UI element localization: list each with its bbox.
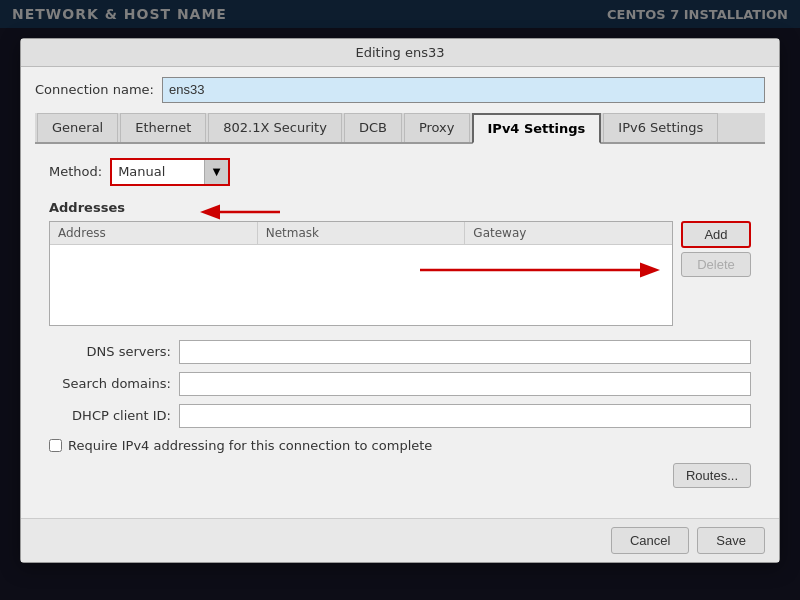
tab-8021x[interactable]: 802.1X Security (208, 113, 342, 142)
table-buttons: Add Delete (681, 221, 751, 326)
tab-ipv6-settings[interactable]: IPv6 Settings (603, 113, 718, 142)
search-row: Search domains: (49, 372, 751, 396)
addresses-table: Address Netmask Gateway (49, 221, 673, 326)
routes-row: Routes... (49, 463, 751, 488)
dialog-titlebar: Editing ens33 (21, 39, 779, 67)
cancel-button[interactable]: Cancel (611, 527, 689, 554)
add-button[interactable]: Add (681, 221, 751, 248)
method-label: Method: (49, 164, 102, 179)
method-dropdown-arrow[interactable]: ▼ (204, 160, 228, 184)
method-row: Method: Manual ▼ (49, 158, 751, 186)
connection-name-label: Connection name: (35, 82, 154, 97)
require-ipv4-label: Require IPv4 addressing for this connect… (68, 438, 432, 453)
ipv4-tab-content: Method: Manual ▼ Addresses Address Netma… (35, 144, 765, 508)
tab-proxy[interactable]: Proxy (404, 113, 470, 142)
require-ipv4-checkbox[interactable] (49, 439, 62, 452)
connection-name-input[interactable] (162, 77, 765, 103)
method-select[interactable]: Manual ▼ (110, 158, 230, 186)
dhcp-label: DHCP client ID: (49, 408, 179, 423)
save-button[interactable]: Save (697, 527, 765, 554)
addresses-container: Address Netmask Gateway Add Delete (49, 221, 751, 326)
addresses-title: Addresses (49, 200, 751, 215)
dhcp-row: DHCP client ID: (49, 404, 751, 428)
dns-input[interactable] (179, 340, 751, 364)
editing-dialog: Editing ens33 Connection name: General E… (20, 38, 780, 563)
col-address: Address (50, 222, 258, 244)
col-gateway: Gateway (465, 222, 672, 244)
tab-general[interactable]: General (37, 113, 118, 142)
dns-label: DNS servers: (49, 344, 179, 359)
table-body (50, 245, 672, 325)
dialog-body: Connection name: General Ethernet 802.1X… (21, 67, 779, 518)
search-input[interactable] (179, 372, 751, 396)
delete-button[interactable]: Delete (681, 252, 751, 277)
dialog-footer: Cancel Save (21, 518, 779, 562)
dialog-overlay: Editing ens33 Connection name: General E… (0, 0, 800, 600)
col-netmask: Netmask (258, 222, 466, 244)
table-header: Address Netmask Gateway (50, 222, 672, 245)
routes-button[interactable]: Routes... (673, 463, 751, 488)
checkbox-row: Require IPv4 addressing for this connect… (49, 438, 751, 453)
tab-ethernet[interactable]: Ethernet (120, 113, 206, 142)
search-label: Search domains: (49, 376, 179, 391)
dns-row: DNS servers: (49, 340, 751, 364)
connection-name-row: Connection name: (35, 77, 765, 103)
tab-dcb[interactable]: DCB (344, 113, 402, 142)
dhcp-input[interactable] (179, 404, 751, 428)
tabs-container: General Ethernet 802.1X Security DCB Pro… (35, 113, 765, 144)
dialog-title: Editing ens33 (356, 45, 445, 60)
tab-ipv4-settings[interactable]: IPv4 Settings (472, 113, 602, 144)
